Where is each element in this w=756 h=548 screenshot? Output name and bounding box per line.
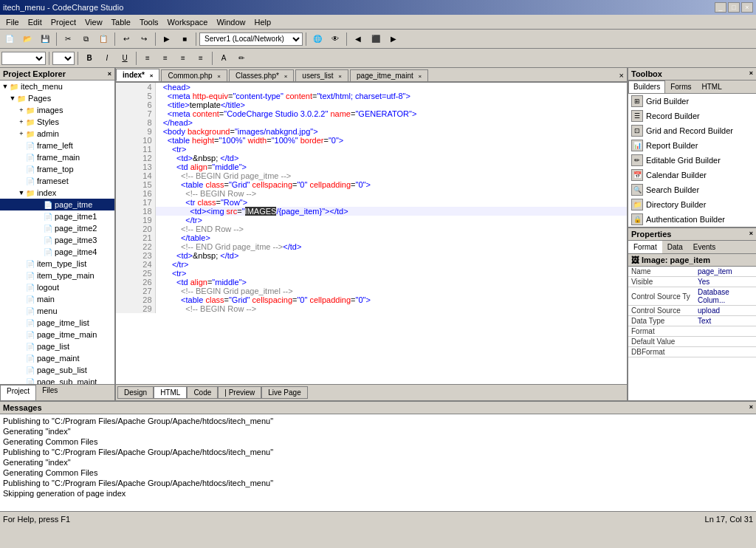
prop-value-data-type[interactable]: Text [695,316,756,326]
align-right-text-button[interactable]: ≡ [175,51,191,66]
props-tab-format[interactable]: Format [628,241,662,253]
tree-item-item-type-main[interactable]: item_type_main [0,270,114,281]
size-combo[interactable] [52,52,75,65]
properties-close[interactable]: × [749,230,753,239]
tab-page-close[interactable]: × [419,73,422,80]
toolbox-item-grid-record[interactable]: ⊡ Grid and Record Builder [628,123,756,138]
tree-item-page-list[interactable]: page_list [0,340,114,352]
tab-users-list[interactable]: users_list × [295,69,348,81]
tree-item-logout[interactable]: logout [0,281,114,293]
tab-classes[interactable]: Classes.php* × [229,69,294,81]
minimize-button[interactable]: _ [715,2,726,13]
menu-project[interactable]: Project [47,16,80,28]
toolbox-tab-builders[interactable]: Builders [628,81,665,93]
view-tab-code[interactable]: Code [187,386,218,399]
tree-item-images[interactable]: + images [0,104,114,116]
tab-common[interactable]: Common.php × [161,69,227,81]
prop-value-dbformat[interactable] [695,347,756,357]
tree-item-page-itme-main[interactable]: page_itme_main [0,329,114,340]
tree-item-page-itme-list[interactable]: page_itme_list [0,317,114,329]
props-tab-events[interactable]: Events [688,241,721,253]
close-button[interactable]: × [741,2,753,13]
undo-button[interactable]: ↩ [118,32,134,47]
save-button[interactable]: 💾 [37,32,53,47]
tree-item-main[interactable]: main [0,293,114,305]
tab-index-close[interactable]: × [150,72,154,79]
italic-button[interactable]: I [99,51,115,66]
prop-value-format[interactable] [695,326,756,337]
underline-button[interactable]: U [117,51,133,66]
tree-item-page-maint[interactable]: page_maint [0,352,114,364]
align-right-button[interactable]: ▶ [385,32,402,47]
tree-item-frameset[interactable]: frameset [0,175,114,187]
prop-value-visible[interactable]: Yes [695,277,756,287]
view-tab-preview[interactable]: | Preview [218,386,261,399]
font-color-button[interactable]: A [216,51,232,66]
title-bar-controls[interactable]: _ □ × [715,2,753,13]
toolbox-close[interactable]: × [749,69,753,78]
new-button[interactable]: 📄 [1,32,18,47]
bold-button[interactable]: B [81,51,97,66]
tree-item-page-itme[interactable]: page_itme [0,199,114,210]
toolbox-item-editable-grid[interactable]: ✏ Editable Grid Builder [628,153,756,168]
menu-view[interactable]: View [80,16,107,28]
tree-item-styles[interactable]: + Styles [0,116,114,128]
tree-item-itech-menu[interactable]: ▼ itech_menu [0,81,114,92]
preview-button[interactable]: 👁 [327,32,343,47]
redo-button[interactable]: ↪ [136,32,152,47]
prop-value-default[interactable] [695,337,756,347]
align-left-button[interactable]: ◀ [350,32,366,47]
toolbox-item-calendar[interactable]: 📅 Calendar Builder [628,168,756,182]
stop-button[interactable]: ■ [176,32,193,47]
justify-text-button[interactable]: ≡ [193,51,209,66]
view-tab-design[interactable]: Design [117,386,154,399]
tree-item-frame-left[interactable]: frame_left [0,140,114,151]
toolbox-tab-html[interactable]: HTML [696,81,726,93]
highlight-button[interactable]: ✏ [233,51,250,66]
toolbox-item-auth[interactable]: 🔒 Authentication Builder [628,212,756,227]
toolbox-item-directory[interactable]: 📁 Directory Builder [628,197,756,212]
tree-item-page-itme1[interactable]: page_itme1 [0,210,114,222]
paste-button[interactable]: 📋 [95,32,111,47]
menu-tools[interactable]: Tools [135,16,163,28]
tree-item-admin[interactable]: + admin [0,128,114,140]
prop-value-name[interactable]: page_item [695,267,756,277]
publish-button[interactable]: 🌐 [309,32,326,47]
open-button[interactable]: 📂 [19,32,35,47]
tree-item-page-itme4[interactable]: page_itme4 [0,246,114,258]
menu-help[interactable]: Help [250,16,276,28]
menu-edit[interactable]: Edit [24,16,47,28]
copy-button[interactable]: ⧉ [78,32,94,47]
tab-users-close[interactable]: × [338,73,342,80]
tree-item-page-sub-list[interactable]: page_sub_list [0,364,114,376]
tab-files[interactable]: Files [36,385,63,400]
code-editor[interactable]: 4 <head> 5 <meta http-equiv="content-typ… [116,83,627,384]
tree-item-pages[interactable]: ▼ Pages [0,92,114,104]
menu-table[interactable]: Table [107,16,135,28]
tab-index[interactable]: index* × [116,69,159,81]
tree-item-frame-main[interactable]: frame_main [0,151,114,163]
close-all-tabs[interactable]: × [616,69,627,81]
tree-item-item-type-list[interactable]: item_type_list [0,258,114,270]
toolbox-item-grid[interactable]: ⊞ Grid Builder [628,94,756,109]
menu-file[interactable]: File [1,16,24,28]
tab-page-itme-maint[interactable]: page_itme_maint × [350,69,428,81]
align-left-text-button[interactable]: ≡ [140,51,156,66]
toolbox-item-record[interactable]: ☰ Record Builder [628,109,756,123]
tab-project[interactable]: Project [0,385,36,400]
menu-workspace[interactable]: Workspace [163,16,213,28]
server-combo[interactable]: Server1 (Local/Network) [199,32,303,46]
prop-value-cs-type[interactable]: Database Colum... [695,287,756,306]
prop-value-cs[interactable]: upload [695,306,756,316]
tab-classes-close[interactable]: × [284,73,288,80]
project-explorer-close[interactable]: × [108,70,111,78]
align-center-text-button[interactable]: ≡ [157,51,173,66]
toolbox-item-report[interactable]: 📊 Report Builder [628,138,756,153]
tree-item-index[interactable]: ▼ index [0,187,114,199]
view-tab-html[interactable]: HTML [154,386,187,399]
menu-window[interactable]: Window [212,16,250,28]
tree-item-frame-top[interactable]: frame_top [0,163,114,175]
tree-item-menu[interactable]: menu [0,305,114,317]
maximize-button[interactable]: □ [728,2,740,13]
toolbox-item-search[interactable]: 🔍 Search Builder [628,182,756,197]
